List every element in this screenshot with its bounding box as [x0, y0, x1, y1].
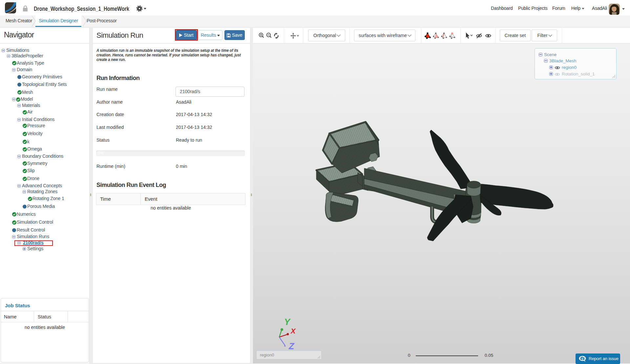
svg-text:X: X — [290, 327, 296, 335]
svg-text:Y: Y — [284, 317, 291, 327]
svg-text:Z: Z — [288, 341, 295, 351]
